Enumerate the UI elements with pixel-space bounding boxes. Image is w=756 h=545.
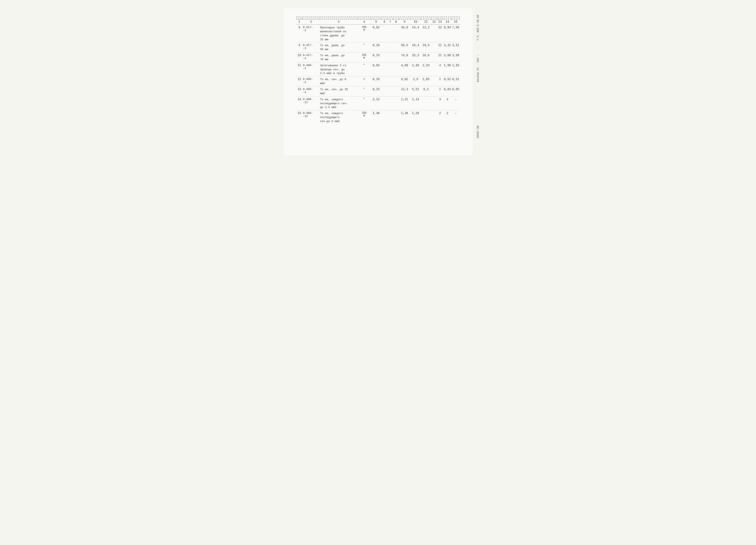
col-header-3: 3: [320, 19, 358, 25]
table-cell: II: [437, 42, 443, 52]
table-cell: 2,36: [410, 62, 421, 76]
table-cell: I,93: [451, 62, 460, 76]
side-label-mid: Альбом VI - I02 -: [477, 55, 480, 82]
table-cell: 2: [443, 96, 452, 110]
table-cell: ": [358, 96, 371, 110]
header-row: I 2 3 4 5 6 7 8 9 IO II I2 I3 I4 I5: [296, 19, 460, 25]
table-cell: I,38: [399, 110, 410, 124]
table-cell: [393, 86, 399, 96]
table-cell: [431, 25, 437, 42]
table-cell: [431, 52, 437, 63]
table-cell: [387, 25, 393, 42]
table-cell: IOOМ: [358, 25, 371, 42]
table-cell: 2,I2: [371, 96, 382, 110]
table-cell: [387, 52, 393, 63]
table-row: 88–4I7––IПрокладка трубывинипластовой по…: [296, 25, 460, 42]
table-cell: То же, каждогопоследующего сеч.до 2,5 мм…: [320, 96, 358, 110]
table-cell: I,48: [371, 110, 382, 124]
table-cell: [382, 52, 387, 63]
table-cell: II: [437, 52, 443, 63]
table-cell: I: [437, 76, 443, 86]
table-cell: 3,5I: [451, 42, 460, 52]
table-cell: То же, диам. до50 мм: [320, 42, 358, 52]
table-cell: 8–4I7––I: [302, 25, 320, 42]
table-cell: 8–409––2: [302, 76, 320, 86]
table-cell: [382, 110, 387, 124]
table-cell: 8–409––I: [302, 62, 320, 76]
table-cell: II: [296, 62, 302, 76]
table-cell: –: [451, 96, 460, 110]
col-header-5: 5: [371, 19, 382, 25]
col-header-6: 6: [382, 19, 387, 25]
table-cell: I,2I: [399, 96, 410, 110]
table-cell: 8–4I7––4: [302, 52, 320, 63]
table-cell: 0,I8: [371, 42, 382, 52]
col-header-13: I3: [437, 19, 443, 25]
table-cell: [382, 25, 387, 42]
table-cell: [393, 25, 399, 42]
table-cell: 8–409––II: [302, 96, 320, 110]
table-cell: I4,4: [410, 25, 421, 42]
table-cell: I4: [296, 96, 302, 110]
table-cell: То же, сеч. до 6мм2: [320, 76, 358, 86]
side-label-top: Т.П. 802-5-39.85: [477, 15, 480, 40]
table-cell: [393, 42, 399, 52]
side-label-bot: 20597-06: [477, 125, 480, 138]
table-cell: 0,52: [443, 76, 452, 86]
table-cell: ": [358, 86, 371, 96]
table-cell: 3: [437, 96, 443, 110]
table-cell: IOOМ: [358, 110, 371, 124]
table-cell: 8: [296, 25, 302, 42]
table-cell: [382, 86, 387, 96]
table-cell: [382, 42, 387, 52]
table-cell: [393, 76, 399, 86]
col-header-11: II: [421, 19, 431, 25]
table-cell: 0,95: [451, 86, 460, 96]
table-cell: [387, 110, 393, 124]
col-header-8: 8: [393, 19, 399, 25]
table-cell: 2: [437, 110, 443, 124]
table-cell: 3,3I: [443, 42, 452, 52]
table-cell: I8,4: [410, 42, 421, 52]
table-cell: [393, 52, 399, 63]
table-cell: [431, 76, 437, 86]
table-cell: 0,I8: [371, 76, 382, 86]
table-cell: 22: [437, 25, 443, 42]
table-cell: I,26: [410, 110, 421, 124]
table-cell: ": [358, 62, 371, 76]
table-cell: [382, 96, 387, 110]
table-cell: 9: [296, 42, 302, 52]
table-cell: 6,02: [399, 76, 410, 86]
col-header-4: 4: [358, 19, 371, 25]
col-header-7: 7: [387, 19, 393, 25]
table-cell: 6,3: [421, 86, 431, 96]
table-cell: I5: [296, 110, 302, 124]
table-cell: 2,33: [421, 62, 431, 76]
table-cell: [393, 96, 399, 110]
table-cell: 4: [437, 62, 443, 76]
col-header-1: I: [296, 19, 302, 25]
col-header-14: I4: [443, 19, 452, 25]
table-cell: I: [437, 86, 443, 96]
table-row: I38–409––4То же, сеч. до 35мм2"0,I5I2,35…: [296, 86, 460, 96]
top-dashed-line: [296, 17, 460, 17]
col-header-9: 9: [399, 19, 410, 25]
table-cell: 26,6: [421, 52, 431, 63]
table-cell: [421, 96, 431, 110]
table-cell: IO: [296, 52, 302, 63]
table-cell: 8–409––I2: [302, 110, 320, 124]
table-cell: 3,99: [451, 52, 460, 63]
table-cell: 8,93: [443, 25, 452, 42]
table-cell: [382, 62, 387, 76]
table-cell: I9,5: [421, 42, 431, 52]
col-header-2: 2: [302, 19, 320, 25]
table-cell: 0,62: [371, 25, 382, 42]
table-cell: [393, 110, 399, 124]
table-cell: 8–4I7––3: [302, 42, 320, 52]
table-cell: [431, 86, 437, 96]
table-cell: [431, 96, 437, 110]
table-row: 98–4I7––3То же, диам. до50 мм"0,I859,5I8…: [296, 42, 460, 52]
table-cell: [431, 42, 437, 52]
table-cell: [387, 96, 393, 110]
table-cell: [393, 62, 399, 76]
